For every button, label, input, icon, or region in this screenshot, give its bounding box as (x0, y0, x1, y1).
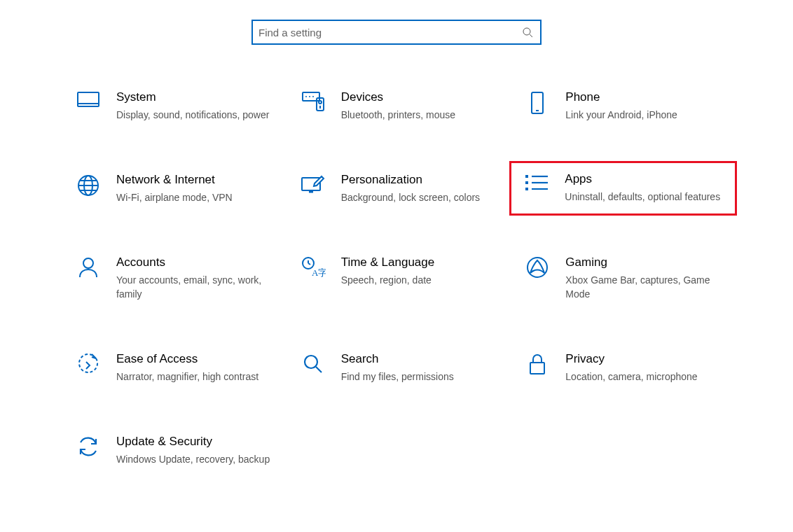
personalization-icon (296, 172, 330, 195)
svg-point-0 (523, 28, 530, 35)
svg-point-9 (319, 101, 322, 104)
tile-title: Time & Language (341, 255, 435, 270)
svg-point-7 (312, 96, 314, 97)
svg-rect-21 (525, 181, 528, 184)
svg-point-5 (305, 96, 307, 97)
tile-apps[interactable]: Apps Uninstall, defaults, optional featu… (509, 161, 737, 216)
tile-desc: Background, lock screen, colors (341, 190, 480, 204)
tile-network[interactable]: Network & Internet Wi-Fi, airplane mode,… (69, 169, 280, 207)
svg-rect-20 (525, 175, 528, 178)
tile-phone[interactable]: Phone Link your Android, iPhone (518, 87, 729, 125)
tile-title: Apps (565, 172, 720, 187)
search-category-icon (296, 351, 330, 375)
gaming-icon (520, 255, 554, 279)
tile-update[interactable]: Update & Security Windows Update, recove… (69, 431, 280, 469)
network-icon (71, 172, 105, 197)
tile-desc: Location, camera, microphone (565, 370, 697, 384)
ease-of-access-icon (71, 351, 105, 375)
tile-title: Update & Security (116, 434, 270, 449)
tile-title: Personalization (341, 172, 480, 188)
tile-gaming[interactable]: Gaming Xbox Game Bar, captures, Game Mod… (518, 252, 729, 304)
update-security-icon (71, 434, 105, 458)
tile-personalization[interactable]: Personalization Background, lock screen,… (294, 169, 504, 207)
phone-icon (520, 90, 554, 115)
tile-desc: Display, sound, notifications, power (116, 108, 269, 122)
svg-line-33 (316, 367, 322, 372)
privacy-icon (520, 351, 554, 377)
tile-desc: Xbox Game Bar, captures, Game Mode (565, 273, 722, 301)
tile-desc: Your accounts, email, sync, work, family (116, 273, 273, 301)
tile-title: Devices (341, 90, 455, 105)
system-icon (71, 90, 105, 111)
svg-point-6 (309, 96, 310, 97)
tile-desc: Speech, region, date (341, 273, 435, 287)
svg-line-29 (308, 263, 310, 265)
tile-search[interactable]: Search Find my files, permissions (294, 349, 504, 386)
svg-rect-22 (525, 188, 528, 190)
tile-desc: Wi-Fi, airplane mode, VPN (116, 190, 233, 204)
svg-text:A字: A字 (312, 267, 326, 278)
tile-system[interactable]: System Display, sound, notifications, po… (69, 87, 280, 125)
svg-point-26 (83, 258, 93, 268)
tile-title: System (116, 90, 269, 105)
svg-rect-34 (530, 363, 544, 374)
search-input[interactable] (258, 27, 522, 38)
search-icon (522, 27, 533, 38)
tile-time[interactable]: A字 Time & Language Speech, region, date (294, 252, 504, 304)
svg-point-32 (305, 356, 317, 368)
tile-desc: Find my files, permissions (341, 370, 454, 384)
tile-desc: Uninstall, defaults, optional features (565, 190, 720, 204)
tile-desc: Link your Android, iPhone (565, 108, 677, 122)
tile-title: Gaming (565, 255, 722, 270)
tile-title: Network & Internet (116, 172, 233, 188)
tile-title: Ease of Access (116, 351, 258, 367)
tile-title: Privacy (565, 351, 697, 367)
tile-accounts[interactable]: Accounts Your accounts, email, sync, wor… (69, 252, 280, 304)
tile-title: Search (341, 351, 454, 367)
tile-desc: Bluetooth, printers, mouse (341, 108, 455, 122)
tile-devices[interactable]: Devices Bluetooth, printers, mouse (294, 87, 504, 125)
settings-grid: System Display, sound, notifications, po… (0, 87, 793, 469)
search-box[interactable] (251, 20, 542, 45)
tile-privacy[interactable]: Privacy Location, camera, microphone (518, 349, 729, 386)
tile-desc: Narrator, magnifier, high contrast (116, 370, 258, 384)
tile-desc: Windows Update, recovery, backup (116, 452, 270, 466)
svg-line-1 (530, 34, 532, 37)
tile-title: Phone (565, 90, 677, 105)
devices-icon (296, 90, 330, 112)
time-language-icon: A字 (296, 255, 330, 279)
tile-ease[interactable]: Ease of Access Narrator, magnifier, high… (69, 349, 280, 386)
accounts-icon (71, 255, 105, 279)
apps-icon (520, 172, 553, 192)
tile-title: Accounts (116, 255, 273, 270)
